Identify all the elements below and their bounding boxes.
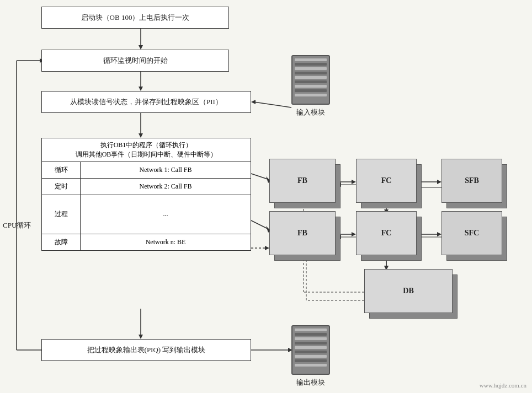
svg-line-18 (251, 220, 268, 229)
row3-left: 过程 (42, 195, 81, 234)
svg-marker-5 (139, 133, 143, 138)
row4-right: Network n: BE (81, 234, 251, 250)
fc1-block: FC (356, 159, 417, 203)
svg-marker-27 (437, 232, 441, 236)
svg-marker-15 (251, 100, 256, 104)
ob1-header: 执行OB1中的程序（循环执行） 调用其他OB事件（日期时间中断、硬件中断等） (42, 138, 251, 162)
svg-marker-50 (265, 246, 269, 250)
input-module-label: 输入模块 (296, 107, 325, 117)
read-signal-block: 从模块读信号状态，并保存到过程映象区（PII） (41, 91, 251, 113)
svg-marker-25 (352, 232, 356, 236)
svg-marker-1 (139, 45, 143, 50)
fb2-block: FB (269, 211, 336, 255)
row2-right: Network 2: Call FB (81, 179, 251, 195)
row4-left: 故障 (42, 234, 81, 250)
svg-line-16 (251, 174, 268, 179)
output-module-label: 输出模块 (296, 378, 325, 387)
db-block: DB (364, 269, 453, 313)
write-output-block: 把过程映象输出表(PIQ) 写到输出模块 (41, 339, 251, 361)
ob1-table: 执行OB1中的程序（循环执行） 调用其他OB事件（日期时间中断、硬件中断等） 循… (41, 138, 251, 251)
svg-line-14 (254, 102, 291, 107)
table-row: 循环 Network 1: Call FB (42, 162, 251, 179)
svg-marker-3 (139, 87, 143, 91)
svg-marker-21 (352, 180, 356, 184)
input-module-icon: 输入模块 (291, 55, 330, 117)
cycle-monitor-block: 循环监视时间的开始 (41, 50, 229, 72)
fb1-block: FB (269, 159, 336, 203)
row1-right: Network 1: Call FB (81, 162, 251, 178)
table-row: 过程 ... (42, 195, 251, 234)
output-module-icon: 输出模块 (291, 325, 330, 387)
row1-left: 循环 (42, 162, 81, 178)
sfb-block: SFB (441, 159, 502, 203)
row2-left: 定时 (42, 179, 81, 195)
cpu-cycle-label: CPU循环 (3, 220, 31, 230)
svg-marker-23 (437, 180, 441, 184)
svg-marker-7 (139, 335, 143, 339)
startup-block: 启动块（OB 100）上电后执行一次 (41, 7, 229, 29)
table-row: 故障 Network n: BE (42, 234, 251, 250)
row3-right: ... (81, 195, 251, 234)
watermark: www.hqjdz.com.cn (480, 382, 526, 389)
table-row: 定时 Network 2: Call FB (42, 179, 251, 195)
diagram-container: 启动块（OB 100）上电后执行一次 循环监视时间的开始 从模块读信号状态，并保… (0, 0, 532, 393)
fc2-block: FC (356, 211, 417, 255)
sfc-block: SFC (441, 211, 502, 255)
